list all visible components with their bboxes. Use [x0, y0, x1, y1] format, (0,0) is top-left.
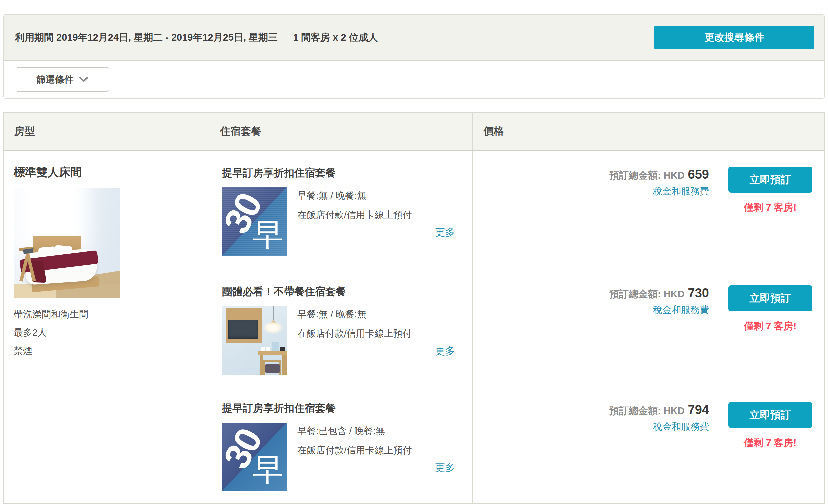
book-now-button[interactable]: 立即預訂 [728, 402, 812, 428]
search-summary-panel: 利用期間 2019年12月24日, 星期二 - 2019年12月25日, 星期三… [3, 14, 825, 99]
header-room-type: 房型 [4, 113, 209, 151]
more-link[interactable]: 更多 [435, 461, 455, 475]
price-amount: 794 [688, 403, 709, 417]
tax-and-fees-link[interactable]: 稅金和服務費 [653, 185, 709, 198]
stay-period-text: 利用期間 2019年12月24日, 星期二 - 2019年12月25日, 星期三… [15, 31, 378, 44]
room-features: 帶洗澡間和衛生間 最多2人 禁煙 [14, 305, 199, 360]
photo-lamp-glow [263, 321, 283, 334]
change-search-button[interactable]: 更改搜尋條件 [654, 26, 814, 49]
more-link[interactable]: 更多 [435, 344, 455, 358]
plan-meals: 早餐:已包含 / 晚餐:無 [297, 425, 412, 437]
plan-cell: 提早訂房享折扣住宿套餐 30 早 早餐:無 / 晚餐:無 在飯店付款/信用卡線上… [209, 151, 472, 269]
occupancy-text: 1 間客房 x 2 位成人 [293, 32, 378, 43]
rooms-left-alert: 僅剩 7 客房! [716, 320, 824, 333]
plan-cell: 提早訂房享折扣住宿套餐 30 早 早餐:已包含 / 晚餐:無 在飯店付款/信用卡… [209, 386, 472, 503]
price-cell: 預訂總金額: HKD730 稅金和服務費 [472, 269, 716, 386]
filter-button-label: 篩選條件 [36, 73, 74, 86]
photo-stool-cushion [265, 364, 280, 373]
photo-cup [261, 347, 265, 351]
room-cell: 標準雙人床間 帶洗澡間和衛生間 最多2人 禁煙 [4, 151, 209, 503]
price-prefix: 預訂總金額: HKD [609, 405, 685, 416]
photo-desk-leg [260, 355, 263, 375]
chevron-down-icon [79, 77, 88, 82]
room-feature: 最多2人 [14, 324, 199, 342]
room-photo [14, 188, 120, 298]
header-price: 價格 [472, 113, 716, 151]
price-amount: 659 [688, 167, 709, 181]
plan-cell: 團體必看！不帶餐住宿套餐 [209, 269, 472, 386]
book-cell: 立即預訂 僅剩 7 客房! [716, 386, 824, 503]
plan-image-early-booking-30: 30 早 [222, 187, 287, 256]
tax-and-fees-link[interactable]: 稅金和服務費 [653, 420, 709, 433]
results-table: 房型 住宿套餐 價格 標準雙人床間 帶洗澡間和衛生間 最多2人 禁煙 [3, 112, 825, 504]
plan-image-room-photo [222, 306, 287, 375]
book-now-button[interactable]: 立即預訂 [728, 285, 812, 311]
price-cell: 預訂總金額: HKD659 稅金和服務費 [472, 151, 716, 269]
header-plan: 住宿套餐 [209, 113, 472, 151]
filter-row: 篩選條件 [4, 61, 824, 98]
search-summary-bar: 利用期間 2019年12月24日, 星期二 - 2019年12月25日, 星期三… [4, 15, 824, 61]
photo-cup [266, 347, 271, 351]
promo-badge-char: 早 [253, 214, 283, 255]
plan-meals: 早餐:無 / 晚餐:無 [297, 308, 412, 321]
price-line: 預訂總金額: HKD659 [609, 170, 709, 181]
photo-tablet [272, 342, 279, 351]
stay-period-dates: 利用期間 2019年12月24日, 星期二 - 2019年12月25日, 星期三 [15, 32, 278, 43]
plan-info: 早餐:無 / 晚餐:無 在飯店付款/信用卡線上預付 [297, 306, 412, 375]
tax-and-fees-link[interactable]: 稅金和服務費 [653, 304, 709, 316]
plan-image-early-booking-30: 30 早 [222, 423, 287, 491]
photo-window [32, 188, 74, 239]
plan-payment: 在飯店付款/信用卡線上預付 [297, 209, 412, 221]
promo-badge-char: 早 [253, 449, 283, 491]
book-now-button[interactable]: 立即預訂 [728, 167, 812, 193]
photo-clock [280, 347, 286, 351]
plan-info: 早餐:已包含 / 晚餐:無 在飯店付款/信用卡線上預付 [297, 423, 412, 491]
room-feature: 禁煙 [14, 342, 199, 360]
book-cell: 立即預訂 僅剩 7 客房! [716, 151, 824, 269]
photo-desk [258, 351, 287, 355]
photo-lamp-cord [273, 306, 274, 320]
plan-info: 早餐:無 / 晚餐:無 在飯店付款/信用卡線上預付 [297, 187, 412, 256]
photo-desk-leg [282, 355, 287, 375]
plan-payment: 在飯店付款/信用卡線上預付 [297, 444, 412, 457]
rooms-left-alert: 僅剩 7 客房! [716, 201, 824, 214]
photo-tv [228, 320, 258, 339]
plan-name: 團體必看！不帶餐住宿套餐 [222, 285, 456, 299]
plan-name: 提早訂房享折扣住宿套餐 [222, 166, 456, 180]
photo-desk-room [222, 306, 287, 375]
header-book [716, 113, 824, 151]
price-cell: 預訂總金額: HKD794 稅金和服務費 [472, 386, 716, 503]
price-prefix: 預訂總金額: HKD [609, 289, 685, 299]
price-line: 預訂總金額: HKD794 [609, 405, 709, 416]
price-prefix: 預訂總金額: HKD [609, 170, 685, 181]
more-link[interactable]: 更多 [435, 226, 455, 239]
filter-button[interactable]: 篩選條件 [16, 67, 109, 92]
price-line: 預訂總金額: HKD730 [609, 289, 709, 299]
rooms-left-alert: 僅剩 7 客房! [716, 436, 824, 450]
plan-meals: 早餐:無 / 晚餐:無 [297, 189, 412, 202]
price-amount: 730 [688, 286, 709, 300]
plan-payment: 在飯店付款/信用卡線上預付 [297, 327, 412, 340]
room-name: 標準雙人床間 [14, 165, 199, 180]
room-feature: 帶洗澡間和衛生間 [14, 305, 199, 324]
book-cell: 立即預訂 僅剩 7 客房! [716, 269, 824, 386]
plan-name: 提早訂房享折扣住宿套餐 [222, 401, 456, 415]
